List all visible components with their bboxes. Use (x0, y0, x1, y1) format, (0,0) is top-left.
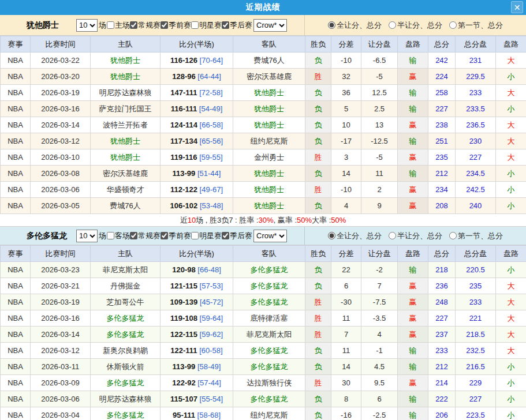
away-team-cell: 犹他爵士 (233, 182, 305, 198)
games-count-select[interactable]: 10 (76, 19, 98, 32)
scope-radio[interactable] (328, 21, 335, 29)
total-line-cell: 229 (456, 375, 496, 391)
filter-checkbox[interactable] (222, 21, 229, 29)
date-cell: 2026-03-19 (31, 294, 91, 310)
point-diff-cell: -17 (331, 133, 361, 149)
away-team-cell: 菲尼克斯太阳 (233, 327, 305, 343)
point-diff-cell: 10 (331, 117, 361, 133)
away-team-cell: 多伦多猛龙 (233, 278, 305, 294)
date-cell: 2026-03-08 (31, 166, 91, 182)
away-team-cell: 多伦多猛龙 (233, 294, 305, 310)
column-header: 盘路 (496, 246, 526, 262)
filter-checkbox[interactable] (191, 21, 199, 29)
scope-radio[interactable] (389, 232, 396, 239)
stat-source-select[interactable]: Crow* (253, 19, 287, 32)
half-score: [57-44] (197, 378, 221, 387)
half-score: [65-56] (200, 137, 223, 145)
close-button[interactable]: ✕ (511, 1, 523, 13)
scope-radio-option[interactable]: 半让分、总分 (389, 231, 442, 241)
filter-checkbox[interactable] (107, 21, 114, 29)
scope-radio[interactable] (389, 21, 396, 29)
result-cell: 负 (305, 101, 331, 117)
point-diff-cell: 32 (331, 69, 361, 85)
full-score: 147-111 (170, 88, 197, 97)
score-cell: 119-116 [59-55] (161, 149, 233, 166)
total-line-cell: 234.5 (456, 166, 496, 182)
games-count-select[interactable]: 10 (76, 230, 98, 242)
away-team-cell: 犹他爵士 (233, 117, 305, 133)
over-under-cell: 小 (496, 101, 526, 117)
full-score: 119-108 (170, 314, 197, 322)
handicap-line-cell: -12.5 (361, 133, 398, 149)
filter-checkbox-option[interactable]: 季前赛 (161, 20, 191, 31)
over-under-cell: 小 (496, 198, 526, 214)
point-diff-cell: -30 (331, 294, 361, 310)
filter-checkbox[interactable] (191, 232, 199, 239)
home-team-cell: 多伦多猛龙 (91, 375, 161, 391)
full-score: 115-107 (170, 395, 197, 403)
table-row: NBA2026-03-21丹佛掘金121-115 [57-53]多伦多猛龙负67… (1, 278, 526, 294)
filter-checkbox-option[interactable]: 季后赛 (222, 231, 252, 241)
filter-checkbox-option[interactable]: 季后赛 (222, 20, 252, 31)
total-points-cell: 248 (428, 294, 456, 310)
over-under-cell: 小 (496, 359, 526, 375)
filter-checkbox[interactable] (130, 21, 137, 29)
summary-text: 大率 : (312, 215, 331, 226)
scope-radio-option[interactable]: 半让分、总分 (389, 20, 442, 31)
over-under-cell: 大 (496, 85, 526, 101)
filter-checkbox[interactable] (130, 232, 137, 239)
total-line-cell: 220.5 (456, 262, 496, 278)
filter-checkbox-option[interactable]: 常规赛 (130, 231, 161, 241)
scope-radio[interactable] (449, 21, 457, 29)
half-score: [64-44] (197, 72, 221, 81)
filter-checkbox[interactable] (222, 232, 229, 239)
date-cell: 2026-03-20 (31, 69, 91, 85)
scope-radio-option[interactable]: 第一节、总分 (449, 231, 503, 241)
handicap-line-cell: -2 (361, 262, 398, 278)
filter-left: 多伦多猛龙10场客场常规赛季前赛明星赛季后赛Crow* (0, 227, 305, 245)
scope-radio-option[interactable]: 全让分、总分 (328, 231, 382, 241)
scope-radio-label: 第一节、总分 (458, 231, 503, 241)
home-team-cell: 明尼苏达森林狼 (91, 391, 161, 407)
scope-radio-option[interactable]: 全让分、总分 (328, 20, 382, 31)
handicap-result-cell: 赢 (398, 294, 428, 310)
column-header: 盘路 (398, 246, 428, 262)
league-cell: NBA (1, 101, 31, 117)
total-line-cell: 227 (456, 149, 496, 166)
date-cell: 2026-03-05 (31, 198, 91, 214)
table-row: NBA2026-03-09多伦多猛龙122-92 [57-44]达拉斯独行侠胜3… (1, 375, 526, 391)
league-cell: NBA (1, 343, 31, 359)
half-score: [66-58] (200, 121, 223, 129)
stat-source-select[interactable]: Crow* (253, 230, 287, 242)
handicap-result-cell: 输 (398, 52, 428, 69)
filter-checkbox-option[interactable]: 季前赛 (161, 231, 191, 241)
filter-checkbox[interactable] (161, 232, 168, 239)
handicap-line-cell: 2 (361, 182, 398, 198)
filter-checkbox-option[interactable]: 明星赛 (191, 231, 222, 241)
filter-checkbox-option[interactable]: 客场 (107, 231, 130, 241)
scope-radio-label: 第一节、总分 (458, 20, 503, 31)
total-line-cell: 223.5 (456, 407, 496, 420)
date-cell: 2026-03-10 (31, 149, 91, 166)
point-diff-cell: -10 (331, 182, 361, 198)
scope-radio-option[interactable]: 第一节、总分 (449, 20, 503, 31)
half-score: [49-67] (200, 185, 223, 194)
scope-radio[interactable] (449, 232, 457, 239)
total-points-cell: 218 (428, 262, 456, 278)
scope-radio-group: 全让分、总分半让分、总分第一节、总分 (305, 227, 526, 245)
total-points-cell: 206 (428, 407, 456, 420)
filter-checkbox-option[interactable]: 主场 (107, 20, 130, 31)
filter-checkbox-option[interactable]: 明星赛 (191, 20, 222, 31)
filter-checkbox[interactable] (107, 232, 114, 239)
scope-radio[interactable] (328, 232, 335, 239)
league-cell: NBA (1, 69, 31, 85)
handicap-result-cell: 输 (398, 262, 428, 278)
results-table: 赛事比赛时间主队比分(半场)客队胜负分差让分盘盘路总分总分盘盘路NBA2026-… (0, 245, 526, 420)
handicap-line-cell: 4 (361, 327, 398, 343)
filter-checkbox[interactable] (161, 21, 168, 29)
half-score: [57-53] (200, 282, 223, 290)
over-under-cell: 大 (496, 52, 526, 69)
away-team-cell: 底特律活塞 (233, 310, 305, 327)
filter-checkbox-option[interactable]: 常规赛 (130, 20, 161, 31)
home-team-cell: 密尔沃基雄鹿 (91, 166, 161, 182)
